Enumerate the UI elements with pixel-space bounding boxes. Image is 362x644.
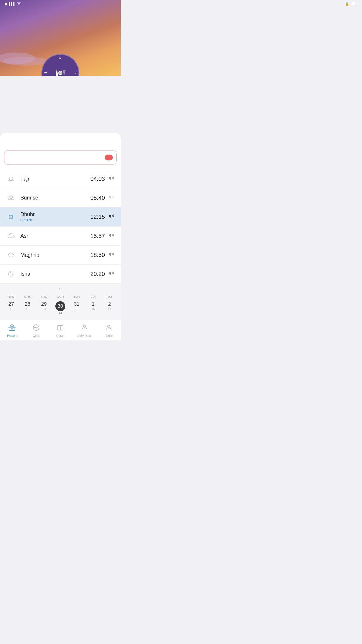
calendar-day[interactable]: 217 [104,301,115,315]
prayer-countdown: 03:26:01 [20,218,90,222]
weekday-label: FRI [87,295,99,299]
date-number: 31 [71,301,82,307]
bottom-nav: Prayers Qibla Quran Daily Duas Profile [0,320,121,340]
sunrise-icon [6,192,16,203]
signal-icon: ▌▌▌ [9,2,15,6]
dawn-icon [6,174,16,184]
prayer-name: Dhuhr [20,211,90,218]
hero-section: N S E W [0,0,121,76]
date-sub: 13 [38,307,50,311]
nav-item-prayers[interactable]: Prayers [0,323,24,339]
wifi-icon [17,2,21,6]
status-bar: ◀ ▌▌▌ 🔒 [0,0,121,7]
set-it-now-button[interactable] [105,155,113,160]
svg-point-16 [108,325,110,328]
sunset-icon [6,250,16,260]
calendar-day[interactable]: 116 [87,301,99,315]
svg-point-14 [36,327,37,328]
calendar-day[interactable]: 3014 [55,301,66,315]
date-number: 30 [55,301,65,311]
date-sub: 11 [5,307,17,311]
nav-label: Profile [104,334,113,337]
sun-icon [6,212,16,222]
compass-container: N S E W [41,54,79,76]
compass: N S E W [41,54,79,76]
weekday-label: MON [22,295,33,299]
prayer-name: Maghrib [20,252,90,258]
sound-toggle[interactable] [108,251,115,259]
person-nav-icon [105,324,113,333]
cloud-icon [6,231,16,241]
prayer-time: 12:15 [90,214,105,220]
calendar-handle: ≈ [0,286,121,293]
prayer-item-fajr[interactable]: Fajr04:03 [0,169,121,188]
prayer-item-isha[interactable]: Isha20:20 [0,265,121,284]
prayer-item-sunrise[interactable]: Sunrise05:40 [0,188,121,207]
back-arrow: ◀ [4,2,6,6]
nav-item-qibla[interactable]: Qibla [24,323,48,339]
nav-item-daily-duas[interactable]: Daily Duas [72,323,96,339]
weekday-label: WED [55,295,66,299]
weekday-label: THU [71,295,82,299]
compass-nav-icon [32,324,40,333]
nav-label: Prayers [7,334,17,337]
weekday-label: SAT [104,295,115,299]
date-sub: 16 [87,307,99,311]
date-number: 28 [22,301,33,307]
svg-point-9 [14,273,14,274]
person-nav-icon [81,324,88,333]
date-number: 1 [87,301,99,307]
sound-toggle[interactable] [108,175,115,183]
night-icon [6,269,16,279]
prayer-name: Isha [20,271,90,277]
status-left: ◀ ▌▌▌ [4,2,21,6]
mosque-nav-icon [8,324,16,333]
calendar-day[interactable]: 2812 [22,301,33,315]
nav-item-quran[interactable]: Quran [48,323,73,339]
calendar-day[interactable]: 2711 [5,301,17,315]
notification-banner [4,150,117,165]
svg-point-15 [83,325,86,328]
prayer-time: 15:57 [90,233,105,239]
calendar-day[interactable]: 2913 [38,301,50,315]
prayer-time: 20:20 [90,271,105,277]
prayer-name: Sunrise [20,195,90,201]
calendar-weekdays: SUNMONTUEWEDTHUFRISAT [0,294,121,300]
prayer-time: 18:50 [90,252,105,258]
date-sub: 14 [55,311,66,315]
calendar-dates: 27112812291330143115116217 [0,300,121,316]
prayer-item-asr[interactable]: Asr15:57 [0,227,121,246]
prayer-time: 04:03 [90,176,105,182]
prayer-name: Fajr [20,176,90,182]
date-number: 29 [38,301,50,307]
sound-toggle[interactable] [108,270,115,278]
date-sub: 12 [22,307,33,311]
sound-toggle[interactable] [108,232,115,240]
calendar-section: ≈ SUNMONTUEWEDTHUFRISAT 2711281229133014… [0,284,121,320]
prayer-item-dhuhr[interactable]: Dhuhr03:26:0112:15 [0,207,121,227]
weekday-label: SUN [5,295,17,299]
date-sub: 17 [104,307,115,311]
sound-toggle[interactable] [108,194,115,202]
main-content: Fajr04:03 Sunrise05:40 Dhuhr03:26:0112:1… [0,133,121,340]
weekday-label: TUE [38,295,50,299]
date-sub: 15 [71,307,82,311]
svg-point-7 [10,216,13,218]
svg-rect-12 [11,329,13,330]
sound-toggle[interactable] [108,213,115,221]
nav-item-profile[interactable]: Profile [96,323,121,339]
nav-label: Qibla [33,334,40,337]
nav-label: Daily Duas [78,334,92,337]
prayer-list: Fajr04:03 Sunrise05:40 Dhuhr03:26:0112:1… [0,169,121,284]
date-number: 27 [5,301,17,307]
svg-point-8 [13,272,13,272]
prayer-time: 05:40 [90,195,105,201]
prayer-name: Asr [20,233,90,239]
book-nav-icon [57,324,64,333]
svg-point-10 [13,271,13,271]
prayer-item-maghrib[interactable]: Maghrib18:50 [0,246,121,265]
date-number: 2 [104,301,115,307]
nav-label: Quran [56,334,64,337]
calendar-day[interactable]: 3115 [71,301,82,315]
